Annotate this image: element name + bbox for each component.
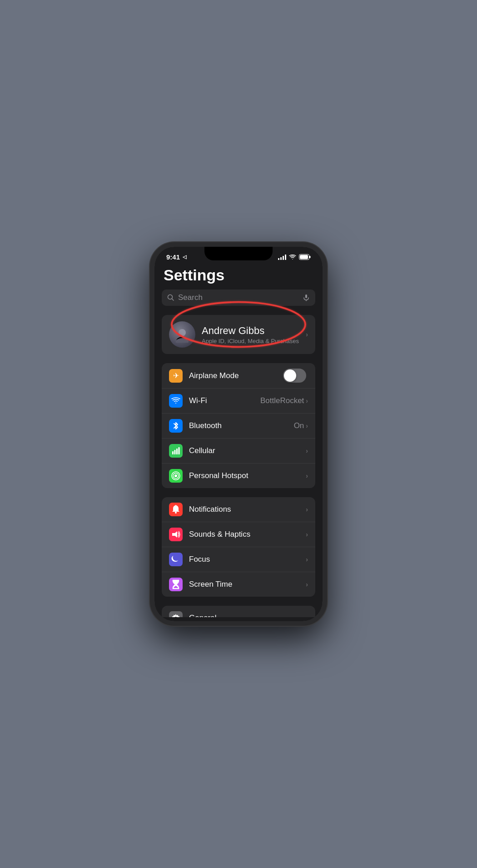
wifi-value: BottleRocket: [260, 396, 304, 405]
phone-device: 9:41 ◁: [150, 242, 327, 626]
svg-rect-15: [179, 447, 180, 454]
focus-chevron: ›: [306, 556, 308, 563]
status-icons: [278, 254, 311, 260]
svg-rect-6: [305, 294, 307, 298]
settings-row-focus[interactable]: Focus ›: [162, 547, 315, 572]
screen-time-label: Screen Time: [189, 580, 306, 589]
wifi-status-icon: [289, 254, 296, 260]
airplane-mode-icon: ✈: [169, 369, 183, 383]
settings-row-general[interactable]: General ›: [162, 606, 315, 617]
settings-row-bluetooth[interactable]: Bluetooth On ›: [162, 414, 315, 439]
search-icon: [167, 294, 174, 301]
cellular-chevron: ›: [306, 447, 308, 454]
svg-rect-2: [309, 256, 311, 258]
bluetooth-icon: [169, 419, 183, 433]
search-input[interactable]: [178, 293, 299, 302]
screen-time-chevron: ›: [306, 581, 308, 588]
settings-row-notifications[interactable]: Notifications ›: [162, 497, 315, 522]
bluetooth-svg: [173, 421, 179, 430]
settings-row-screen-time[interactable]: Screen Time ›: [162, 572, 315, 597]
settings-row-airplane-mode[interactable]: ✈ Airplane Mode: [162, 363, 315, 389]
profile-subtitle: Apple ID, iCloud, Media & Purchases: [202, 338, 306, 344]
focus-label: Focus: [189, 555, 306, 564]
settings-row-personal-hotspot[interactable]: Personal Hotspot ›: [162, 464, 315, 488]
hotspot-svg: [171, 471, 180, 480]
cellular-icon: [169, 444, 183, 458]
page-title: Settings: [154, 263, 323, 289]
settings-row-cellular[interactable]: Cellular ›: [162, 439, 315, 464]
moon-svg: [171, 555, 180, 564]
status-time: 9:41 ◁: [166, 253, 186, 261]
settings-row-sounds[interactable]: Sounds & Haptics ›: [162, 522, 315, 547]
svg-marker-21: [172, 531, 177, 538]
wifi-svg: [171, 397, 180, 404]
svg-rect-3: [300, 255, 308, 259]
svg-rect-12: [172, 451, 174, 454]
general-label: General: [189, 614, 306, 617]
profile-chevron: ›: [306, 331, 308, 338]
airplane-mode-label: Airplane Mode: [189, 371, 283, 380]
battery-icon: [299, 254, 311, 260]
notch: [204, 247, 273, 260]
svg-line-5: [172, 299, 174, 301]
general-section[interactable]: General ›: [162, 606, 315, 617]
microphone-icon: [303, 294, 310, 301]
general-icon: [169, 611, 183, 617]
sounds-icon: [169, 528, 183, 541]
bluetooth-value: On: [294, 421, 304, 430]
search-bar[interactable]: [162, 289, 315, 306]
airplane-mode-toggle[interactable]: [283, 369, 306, 383]
personal-hotspot-label: Personal Hotspot: [189, 471, 306, 480]
wifi-chevron: ›: [306, 397, 308, 404]
svg-point-8: [179, 329, 186, 336]
avatar-image: [174, 326, 190, 343]
profile-name: Andrew Gibbs: [202, 325, 306, 337]
profile-section[interactable]: Andrew Gibbs Apple ID, iCloud, Media & P…: [162, 315, 315, 354]
notifications-section[interactable]: Notifications › Sounds & Haptics ›: [162, 497, 315, 597]
settings-row-wifi[interactable]: Wi-Fi BottleRocket ›: [162, 389, 315, 414]
profile-text: Andrew Gibbs Apple ID, iCloud, Media & P…: [202, 325, 306, 344]
sounds-chevron: ›: [306, 531, 308, 538]
bluetooth-chevron: ›: [306, 422, 308, 429]
location-icon: ◁: [183, 254, 186, 260]
hourglass-svg: [172, 579, 180, 589]
notifications-icon: [169, 503, 183, 516]
notifications-label: Notifications: [189, 505, 306, 514]
wifi-icon: [169, 394, 183, 408]
bell-svg: [172, 505, 180, 514]
phone-screen: 9:41 ◁: [154, 247, 323, 621]
notifications-chevron: ›: [306, 506, 308, 513]
svg-point-16: [174, 474, 177, 477]
signal-strength: [278, 254, 286, 260]
network-section[interactable]: ✈ Airplane Mode: [162, 363, 315, 488]
general-chevron: ›: [306, 614, 308, 617]
settings-content[interactable]: Settings: [154, 263, 323, 617]
avatar: [169, 321, 195, 348]
screen-time-icon: [169, 578, 183, 591]
svg-rect-14: [176, 449, 178, 454]
wifi-label: Wi-Fi: [189, 396, 260, 405]
sounds-label: Sounds & Haptics: [189, 530, 306, 539]
focus-icon: [169, 553, 183, 566]
bluetooth-label: Bluetooth: [189, 421, 294, 430]
sound-svg: [171, 530, 180, 539]
hotspot-icon: [169, 469, 183, 483]
cellular-svg: [172, 447, 180, 455]
svg-rect-19: [175, 512, 177, 514]
cellular-label: Cellular: [189, 446, 306, 455]
hotspot-chevron: ›: [306, 472, 308, 479]
gear-svg: [171, 614, 180, 617]
svg-rect-13: [174, 450, 176, 454]
profile-row[interactable]: Andrew Gibbs Apple ID, iCloud, Media & P…: [162, 315, 315, 354]
